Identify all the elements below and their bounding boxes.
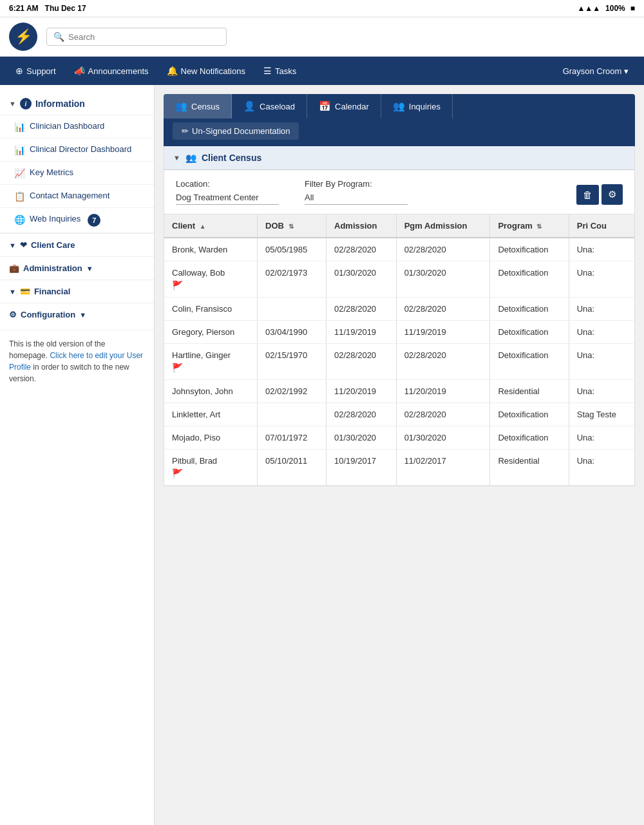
status-bar: 6:21 AM Thu Dec 17 ▲▲▲ 100% ■ <box>0 0 644 17</box>
cell-dob <box>258 298 327 321</box>
cell-pri-cou: Una: <box>569 450 634 486</box>
cell-program: Detoxification <box>490 344 569 380</box>
cell-pgm-admission: 01/30/2020 <box>396 261 490 298</box>
table-header-row: Client ▲ DOB ⇅ Admission Pgm A <box>164 214 634 238</box>
col-program[interactable]: Program ⇅ <box>490 214 569 238</box>
wifi-icon: ▲▲▲ <box>577 4 600 13</box>
col-admission: Admission <box>327 214 397 238</box>
sidebar: ▼ i Information 📊 Clinician Dashboard 📊 … <box>0 85 155 825</box>
tab-caseload[interactable]: 👤 Caseload <box>232 94 307 119</box>
cell-admission: 02/28/2020 <box>327 298 397 321</box>
sidebar-section-configuration[interactable]: ⚙ Configuration ▼ <box>0 303 154 326</box>
nav-notifications[interactable]: 🔔 New Notifications <box>164 57 248 85</box>
nav-announcements[interactable]: 📣 Announcements <box>71 57 151 85</box>
col-pri-cou: Pri Cou <box>569 214 634 238</box>
filter-reset-button[interactable]: 🗑 <box>576 185 599 205</box>
sidebar-footer: This is the old version of the homepage.… <box>0 330 154 392</box>
tab-inquiries[interactable]: 👥 Inquiries <box>381 94 453 119</box>
sort-icon-program: ⇅ <box>536 223 542 230</box>
search-icon: 🔍 <box>53 32 64 42</box>
sidebar-section-information[interactable]: ▼ i Information <box>0 91 154 115</box>
cell-pgm-admission: 02/28/2020 <box>396 344 490 380</box>
sidebar-section-administration[interactable]: 💼 Administration ▼ <box>0 256 154 280</box>
location-value: Dog Treatment Center <box>176 193 279 205</box>
cell-program: Detoxification <box>490 403 569 426</box>
sub-tab-unsigned-documentation[interactable]: ✏ Un-Signed Documentation <box>173 122 299 140</box>
table-row[interactable]: Colin, Fransisco 02/28/2020 02/28/2020 D… <box>164 298 634 321</box>
cell-pri-cou: Stag Teste <box>569 403 634 426</box>
cell-client: Bronk, Warden <box>164 238 258 261</box>
cell-pgm-admission: 11/20/2019 <box>396 380 490 403</box>
cell-admission: 01/30/2020 <box>327 261 397 298</box>
col-dob[interactable]: DOB ⇅ <box>258 214 327 238</box>
sidebar-section-financial[interactable]: ▼ 💳 Financial <box>0 280 154 303</box>
flag-icon: 🚩 <box>172 363 249 373</box>
sidebar-item-web-inquiries[interactable]: 🌐 Web Inquiries 7 <box>0 208 154 233</box>
sidebar-item-clinical-director-dashboard[interactable]: 📊 Clinical Director Dashboard <box>0 138 154 162</box>
sort-icon-client: ▲ <box>200 223 206 230</box>
nav-user-menu[interactable]: Grayson Croom ▾ <box>560 57 631 85</box>
search-input[interactable] <box>68 32 220 42</box>
filter-row: Location: Dog Treatment Center Filter By… <box>164 170 634 214</box>
table-row[interactable]: Pitbull, Brad🚩 05/10/2011 10/19/2017 11/… <box>164 450 634 486</box>
nav-tasks[interactable]: ☰ Tasks <box>261 57 299 85</box>
table-row[interactable]: Johnsyton, John 02/02/1992 11/20/2019 11… <box>164 380 634 403</box>
nav-support[interactable]: ⊕ Support <box>13 57 59 85</box>
cell-admission: 11/19/2019 <box>327 321 397 344</box>
table-row[interactable]: Bronk, Warden 05/05/1985 02/28/2020 02/2… <box>164 238 634 261</box>
table-row[interactable]: Mojado, Piso 07/01/1972 01/30/2020 01/30… <box>164 426 634 450</box>
main-layout: ▼ i Information 📊 Clinician Dashboard 📊 … <box>0 85 644 825</box>
tab-calendar[interactable]: 📅 Calendar <box>307 94 381 119</box>
cell-program: Detoxification <box>490 298 569 321</box>
cell-admission: 10/19/2017 <box>327 450 397 486</box>
tab-census[interactable]: 👥 Census <box>164 94 232 119</box>
panel-header-client-census[interactable]: ▼ 👥 Client Census <box>164 146 634 170</box>
census-panel: ▼ 👥 Client Census Location: Dog Treatmen… <box>164 146 635 486</box>
lightning-icon: ⚡ <box>15 28 32 45</box>
clinical-director-icon: 📊 <box>14 145 25 155</box>
sidebar-section-client-care[interactable]: ▼ ❤ Client Care <box>0 233 154 256</box>
cell-pri-cou: Una: <box>569 426 634 450</box>
pencil-icon: ✏ <box>182 126 189 136</box>
cell-pgm-admission: 01/30/2020 <box>396 426 490 450</box>
chevron-down-icon-config: ▼ <box>79 311 86 319</box>
cell-client: Gregory, Pierson <box>164 321 258 344</box>
flag-icon: 🚩 <box>172 280 249 290</box>
col-client[interactable]: Client ▲ <box>164 214 258 238</box>
cell-program: Detoxification <box>490 261 569 298</box>
cell-client: Colin, Fransisco <box>164 298 258 321</box>
program-label: Filter By Program: <box>305 179 408 189</box>
client-census-table: Client ▲ DOB ⇅ Admission Pgm A <box>164 214 634 486</box>
contact-icon: 📋 <box>14 191 25 202</box>
cell-program: Detoxification <box>490 321 569 344</box>
table-row[interactable]: Hartline, Ginger🚩 02/15/1970 02/28/2020 … <box>164 344 634 380</box>
search-box[interactable]: 🔍 <box>46 28 227 46</box>
table-wrapper: Client ▲ DOB ⇅ Admission Pgm A <box>164 214 634 486</box>
sidebar-item-contact-management[interactable]: 📋 Contact Management <box>0 185 154 208</box>
support-icon: ⊕ <box>15 66 23 76</box>
sidebar-item-key-metrics[interactable]: 📈 Key Metrics <box>0 162 154 185</box>
cell-program: Residential <box>490 450 569 486</box>
program-filter: Filter By Program: All <box>305 179 408 205</box>
cell-dob: 02/02/1973 <box>258 261 327 298</box>
nav-bar: ⊕ Support 📣 Announcements 🔔 New Notifica… <box>0 57 644 85</box>
census-icon: 👥 <box>175 100 187 112</box>
cell-pgm-admission: 11/19/2019 <box>396 321 490 344</box>
cell-dob: 02/02/1992 <box>258 380 327 403</box>
sidebar-item-clinician-dashboard[interactable]: 📊 Clinician Dashboard <box>0 115 154 138</box>
cell-admission: 01/30/2020 <box>327 426 397 450</box>
table-row[interactable]: Gregory, Pierson 03/04/1990 11/19/2019 1… <box>164 321 634 344</box>
briefcase-icon: 💼 <box>9 263 19 273</box>
cell-program: Residential <box>490 380 569 403</box>
filter-buttons: 🗑 ⚙ <box>576 184 623 205</box>
cell-dob: 03/04/1990 <box>258 321 327 344</box>
filter-apply-button[interactable]: ⚙ <box>601 184 623 205</box>
table-row[interactable]: Calloway, Bob🚩 02/02/1973 01/30/2020 01/… <box>164 261 634 298</box>
web-icon: 🌐 <box>14 214 25 225</box>
battery-icon: ■ <box>630 4 635 13</box>
gear-icon: ⚙ <box>9 310 17 319</box>
chevron-down-icon-financial: ▼ <box>9 288 16 296</box>
table-row[interactable]: Linkletter, Art 02/28/2020 02/28/2020 De… <box>164 403 634 426</box>
cell-admission: 02/28/2020 <box>327 344 397 380</box>
cell-pri-cou: Una: <box>569 298 634 321</box>
